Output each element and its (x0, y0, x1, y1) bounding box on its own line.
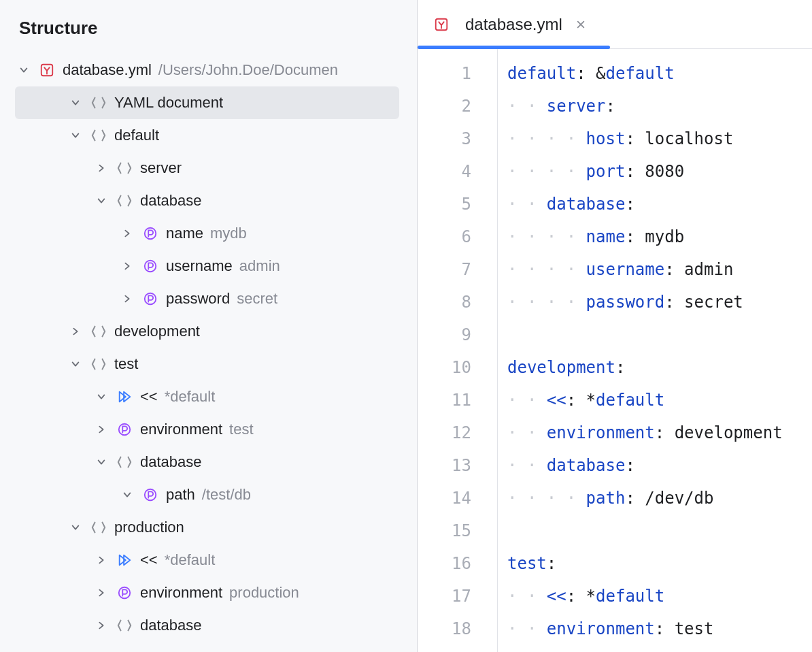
chevron-down-icon[interactable] (67, 519, 84, 536)
code-token: : (625, 449, 635, 482)
code-line[interactable]: · · <<: *default (507, 384, 812, 417)
structure-tree: database.yml/Users/John.Doe/DocumenYAML … (0, 54, 417, 652)
tree-row[interactable]: usernameadmin (0, 250, 417, 282)
tree-row[interactable]: path/test/db (0, 478, 417, 511)
code-line[interactable]: · · · · port: 8080 (507, 155, 812, 188)
tree-row[interactable]: database (0, 446, 417, 478)
tree-row[interactable]: test (0, 348, 417, 380)
tree-node-label: << (140, 551, 158, 569)
tree-row[interactable]: <<*default (0, 544, 417, 576)
chevron-right-icon[interactable] (67, 323, 84, 340)
code-line[interactable]: · · server: (507, 90, 812, 123)
code-token: development (507, 351, 615, 384)
chevron-right-icon[interactable] (92, 617, 110, 634)
close-icon[interactable] (573, 17, 588, 32)
property-icon (116, 421, 133, 438)
tag-icon (116, 192, 133, 210)
chevron-down-icon[interactable] (92, 388, 110, 406)
tree-node-value: secret (237, 290, 277, 308)
tree-row[interactable]: passwordsecret (0, 282, 417, 315)
code-line[interactable]: development: (507, 351, 812, 384)
tree-row[interactable]: <<*default (0, 380, 417, 413)
chevron-down-icon[interactable] (92, 453, 110, 471)
tree-row[interactable]: environmentproduction (0, 576, 417, 609)
tree-row[interactable]: server (0, 152, 417, 184)
tag-icon (90, 127, 107, 144)
code-line[interactable]: · · · · password: secret (507, 286, 812, 319)
code-line[interactable]: · · · · username: admin (507, 253, 812, 286)
code-token: * (586, 580, 596, 613)
chevron-right-icon[interactable] (118, 290, 136, 308)
code-line[interactable]: · · · · path: /dev/db (507, 482, 812, 515)
tree-node-label: server (140, 159, 182, 177)
chevron-down-icon[interactable] (67, 94, 84, 112)
code-line[interactable]: · · database: (507, 449, 812, 482)
tree-node-label: database (140, 453, 202, 471)
chevron-right-icon[interactable] (118, 257, 136, 275)
tree-row[interactable]: production (0, 511, 417, 544)
chevron-down-icon[interactable] (67, 127, 84, 144)
whitespace-indicator: · · · · (507, 482, 586, 515)
tree-node-label: database (140, 192, 202, 210)
tree-row[interactable]: default (0, 119, 417, 152)
code-token: : (625, 482, 645, 515)
tree-node-label: database.yml (63, 61, 152, 79)
alias-icon (116, 388, 133, 406)
tree-node-label: environment (140, 421, 222, 438)
editor-body[interactable]: 123456789101112131415161718 default: &de… (418, 49, 812, 652)
tree-row[interactable]: database.yml/Users/John.Doe/Documen (0, 54, 417, 86)
tree-node-path: /Users/John.Doe/Documen (158, 61, 338, 79)
property-icon (141, 225, 159, 242)
code-token: test (675, 613, 714, 645)
code-token: : (576, 57, 596, 90)
whitespace-indicator: · · (507, 580, 547, 613)
line-number: 11 (418, 384, 497, 417)
chevron-right-icon[interactable] (92, 584, 110, 602)
code-line[interactable]: test: (507, 547, 812, 580)
code-line[interactable]: · · · · host: localhost (507, 123, 812, 155)
tree-node-value: production (229, 584, 299, 602)
line-number: 16 (418, 547, 497, 580)
code-line[interactable] (507, 515, 812, 547)
chevron-down-icon[interactable] (15, 61, 33, 79)
tree-row[interactable]: database (0, 184, 417, 217)
tag-icon (116, 159, 133, 177)
code-token: password (586, 286, 665, 319)
editor-tab[interactable]: database.yml (418, 0, 603, 48)
tag-icon (116, 617, 133, 634)
chevron-right-icon[interactable] (92, 551, 110, 569)
code-line[interactable]: · · · · name: mydb (507, 221, 812, 253)
line-number: 4 (418, 155, 497, 188)
chevron-down-icon[interactable] (118, 486, 136, 504)
code-token: & (596, 57, 605, 90)
tree-row[interactable]: environmenttest (0, 413, 417, 446)
structure-panel: Structure database.yml/Users/John.Doe/Do… (0, 0, 418, 652)
line-number: 8 (418, 286, 497, 319)
chevron-right-icon[interactable] (92, 421, 110, 438)
code-token: : (655, 613, 675, 645)
tree-row[interactable]: development (0, 315, 417, 348)
code-token: development (675, 417, 783, 449)
chevron-down-icon[interactable] (67, 355, 84, 373)
chevron-down-icon[interactable] (92, 192, 110, 210)
whitespace-indicator: · · (507, 188, 547, 221)
tree-node-value: admin (239, 257, 280, 275)
code-line[interactable]: · · environment: development (507, 417, 812, 449)
code-token: : (625, 188, 635, 221)
code-token: : (566, 580, 586, 613)
code-token: : (664, 253, 684, 286)
code-line[interactable] (507, 319, 812, 351)
code-line[interactable]: · · <<: *default (507, 580, 812, 613)
code-line[interactable]: · · database: (507, 188, 812, 221)
chevron-right-icon[interactable] (118, 225, 136, 242)
code-line[interactable]: · · environment: test (507, 613, 812, 645)
editor-code[interactable]: default: &default· · server:· · · · host… (498, 49, 812, 652)
tree-node-value: *default (165, 388, 216, 406)
tree-row[interactable]: YAML document (15, 86, 399, 119)
chevron-right-icon[interactable] (92, 159, 110, 177)
tree-row[interactable]: database (0, 609, 417, 642)
tree-row[interactable]: namemydb (0, 217, 417, 250)
code-line[interactable]: default: &default (507, 57, 812, 90)
code-token: : (625, 221, 645, 253)
code-token: localhost (645, 123, 733, 155)
